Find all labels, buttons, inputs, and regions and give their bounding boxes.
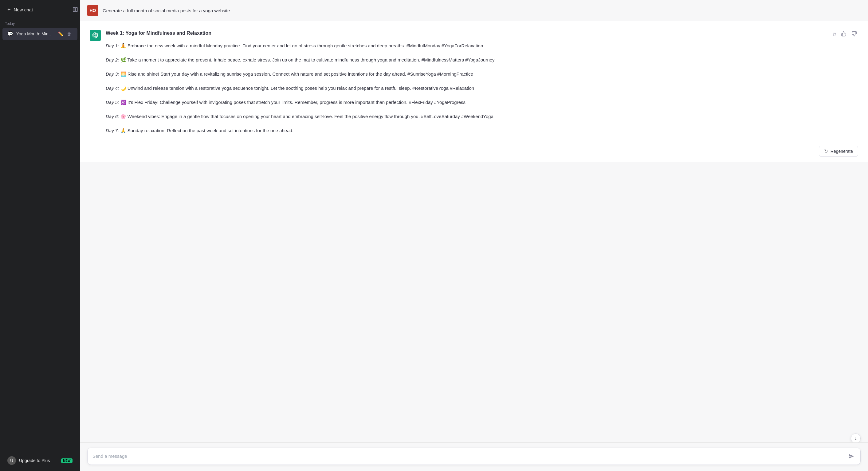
list-item: Day 2: 🌿 Take a moment to appreciate the… — [106, 56, 858, 64]
list-item: Day 1: 🧘 Embrace the new week with a min… — [106, 42, 858, 50]
new-chat-button[interactable]: + New chat — [2, 2, 38, 17]
assistant-avatar — [90, 30, 101, 41]
regenerate-label: Regenerate — [831, 149, 853, 154]
list-item: Day 3: 🌅 Rise and shine! Start your day … — [106, 70, 858, 78]
thumbs-up-button[interactable] — [840, 30, 848, 39]
message-input[interactable] — [92, 452, 847, 460]
list-item: Day 5: 🕉️ It's Flex Friday! Challenge yo… — [106, 99, 858, 106]
scroll-down-icon: ↓ — [855, 436, 857, 441]
edit-chat-button[interactable]: ✏️ — [57, 31, 64, 37]
chat-item[interactable]: 💬 Yoga Month: Mindfulne ✏️ 🗑 — [2, 28, 78, 40]
main-content: HO Generate a full month of social media… — [80, 0, 868, 471]
copy-button[interactable]: ⧉ — [831, 30, 837, 38]
assistant-message: Week 1: Yoga for Mindfulness and Relaxat… — [80, 21, 868, 143]
message-content: Week 1: Yoga for Mindfulness and Relaxat… — [106, 30, 858, 134]
chat-title: Yoga Month: Mindfulne — [16, 31, 54, 36]
regenerate-icon: ↻ — [824, 148, 828, 154]
message-actions: ⧉ — [831, 30, 858, 39]
list-item: Day 7: 🙏 Sunday relaxation: Reflect on t… — [106, 127, 858, 134]
svg-rect-0 — [73, 7, 75, 12]
delete-chat-button[interactable]: 🗑 — [66, 31, 72, 37]
upgrade-label: Upgrade to Plus — [19, 458, 58, 463]
new-chat-label: New chat — [14, 7, 33, 12]
message-week-title: Week 1: Yoga for Mindfulness and Relaxat… — [106, 30, 858, 37]
regenerate-button[interactable]: ↻ Regenerate — [819, 146, 858, 157]
svg-rect-1 — [75, 7, 78, 12]
thumbs-down-button[interactable] — [850, 30, 858, 39]
list-item: Day 4: 🌙 Unwind and release tension with… — [106, 85, 858, 92]
input-area — [80, 442, 868, 471]
new-badge: NEW — [61, 459, 72, 463]
user-avatar: HO — [87, 5, 98, 16]
send-button[interactable] — [847, 452, 856, 460]
layout-icon-button[interactable] — [71, 5, 80, 14]
top-bar: HO Generate a full month of social media… — [80, 0, 868, 21]
input-box — [87, 448, 861, 465]
user-prompt: Generate a full month of social media po… — [103, 8, 230, 13]
user-avatar: U — [7, 456, 16, 465]
sidebar: + New chat Today 💬 Yoga Month: Mindfulne… — [0, 0, 80, 471]
today-section-label: Today — [0, 19, 80, 27]
regenerate-area: ↻ Regenerate — [80, 143, 868, 162]
upgrade-button[interactable]: U Upgrade to Plus NEW — [2, 452, 78, 469]
messages-area: Week 1: Yoga for Mindfulness and Relaxat… — [80, 21, 868, 442]
chat-icon: 💬 — [7, 31, 13, 37]
chat-item-actions: ✏️ 🗑 — [57, 31, 72, 37]
scroll-down-button[interactable]: ↓ — [851, 434, 861, 443]
plus-icon: + — [7, 7, 11, 12]
day-entries: Day 1: 🧘 Embrace the new week with a min… — [106, 42, 858, 134]
message-header: Week 1: Yoga for Mindfulness and Relaxat… — [90, 30, 858, 134]
list-item: Day 6: 🌸 Weekend vibes: Engage in a gent… — [106, 113, 858, 120]
